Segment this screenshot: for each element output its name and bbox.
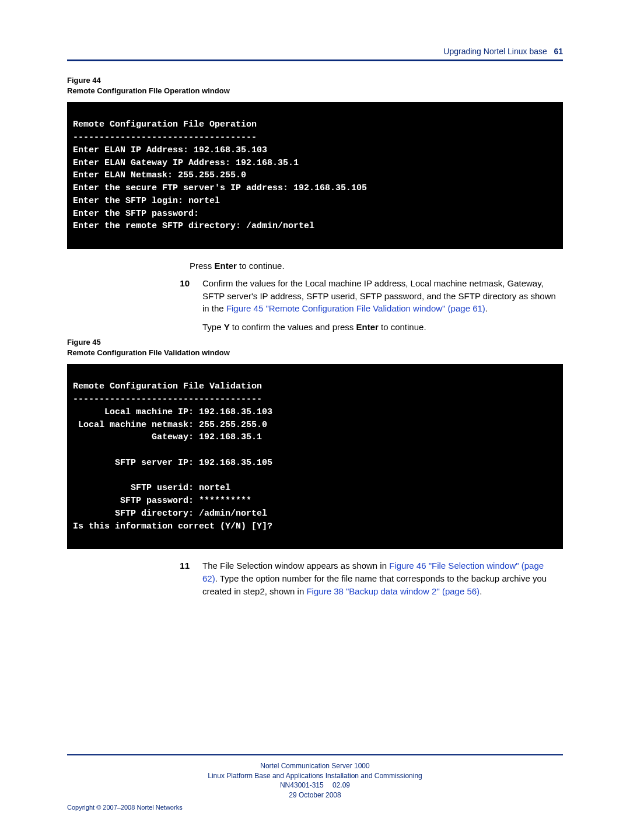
press-enter-pre: Press [190, 261, 215, 271]
step-10-text3-mid: to confirm the values and press [230, 322, 356, 332]
step-10-text3-post: to continue. [379, 322, 426, 332]
step-11: 11 The File Selection window appears as … [155, 559, 557, 597]
press-enter-line: Press Enter to continue. [190, 260, 557, 272]
figure45-title: Remote Configuration File Validation win… [67, 348, 230, 357]
page-footer: Nortel Communication Server 1000 Linux P… [67, 754, 563, 811]
figure45-link[interactable]: Figure 45 "Remote Configuration File Val… [226, 303, 485, 313]
figure44-caption: Figure 44 Remote Configuration File Oper… [67, 75, 563, 96]
step-10-text3-pre: Type [202, 322, 224, 332]
figure44-title: Remote Configuration File Operation wind… [67, 86, 230, 95]
figure45-label: Figure 45 [67, 338, 101, 346]
footer-line4: 29 October 2008 [289, 791, 341, 799]
step-10-number: 10 [155, 277, 202, 334]
figure44-label: Figure 44 [67, 76, 101, 85]
footer-center: Nortel Communication Server 1000 Linux P… [67, 761, 563, 800]
figure45-terminal: Remote Configuration File Validation ---… [67, 364, 563, 549]
step-11-text1: The File Selection window appears as sho… [202, 561, 389, 570]
document-page: Upgrading Nortel Linux base 61 Figure 44… [0, 0, 630, 840]
footer-rule [67, 754, 563, 755]
step-10-key-y: Y [224, 322, 230, 332]
page-number: 61 [554, 47, 563, 56]
footer-line3: NN43001-315 02.09 [280, 781, 350, 789]
step-11-text: The File Selection window appears as sho… [202, 559, 557, 597]
running-header: Upgrading Nortel Linux base 61 [67, 47, 563, 56]
figure44-terminal: Remote Configuration File Operation ----… [67, 102, 563, 249]
press-enter-post: to continue. [237, 261, 285, 271]
step-11-text3: . [480, 586, 482, 596]
footer-copyright: Copyright © 2007–2008 Nortel Networks [67, 804, 563, 811]
footer-line2: Linux Platform Base and Applications Ins… [208, 772, 422, 780]
step-10-text: Confirm the values for the Local machine… [202, 277, 557, 334]
figure38-link[interactable]: Figure 38 "Backup data window 2" (page 5… [306, 586, 480, 596]
header-rule [67, 60, 563, 61]
step-10: 10 Confirm the values for the Local mach… [155, 277, 557, 334]
header-title: Upgrading Nortel Linux base [443, 47, 547, 56]
step-10-text2: . [485, 303, 488, 313]
step-11-number: 11 [155, 559, 202, 597]
press-enter-key: Enter [215, 261, 237, 271]
footer-line1: Nortel Communication Server 1000 [260, 762, 369, 770]
step-10-key-enter: Enter [356, 322, 378, 332]
figure45-caption: Figure 45 Remote Configuration File Vali… [67, 337, 563, 358]
